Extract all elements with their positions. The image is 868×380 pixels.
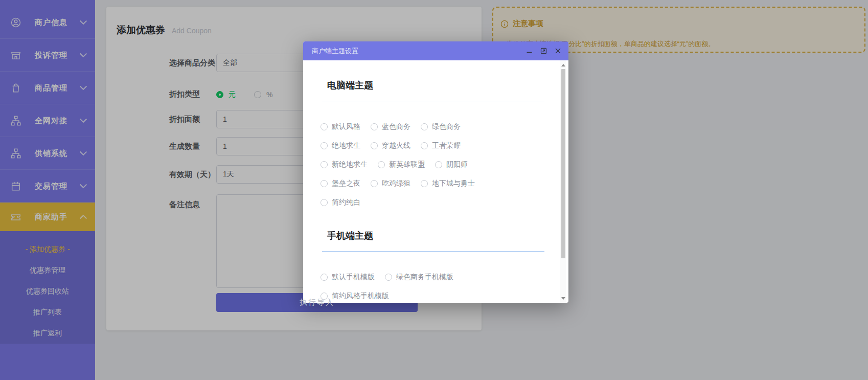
theme-option-label: 绿色商务 bbox=[432, 122, 461, 131]
theme-option-row: 简约纯白 bbox=[321, 197, 538, 208]
radio-unchecked[interactable] bbox=[321, 142, 328, 149]
theme-option-label: 简约风格手机模版 bbox=[332, 292, 389, 301]
theme-options: 默认手机模版绿色商务手机模版简约风格手机模版 bbox=[321, 272, 538, 301]
theme-option-label: 地下城与勇士 bbox=[432, 179, 475, 188]
window-controls bbox=[526, 48, 561, 55]
close-icon bbox=[555, 48, 561, 54]
section-divider bbox=[322, 101, 544, 101]
radio-unchecked[interactable] bbox=[421, 123, 428, 130]
theme-option-label: 堡垒之夜 bbox=[332, 179, 360, 188]
app-root: 商户信息投诉管理商品管理全网对接供销系统交易管理商家助手- 添加优惠券 -优惠券… bbox=[0, 0, 868, 380]
theme-option-label: 新英雄联盟 bbox=[389, 160, 425, 169]
minimize-button[interactable] bbox=[526, 48, 533, 55]
radio-unchecked[interactable] bbox=[321, 274, 328, 281]
theme-option-label: 蓝色商务 bbox=[382, 122, 410, 131]
theme-option-row: 堡垒之夜吃鸡绿狙地下城与勇士 bbox=[321, 178, 538, 189]
theme-option[interactable]: 吃鸡绿狙 bbox=[371, 179, 410, 188]
theme-section-heading: 电脑端主题 bbox=[327, 80, 538, 91]
theme-options: 默认风格蓝色商务绿色商务绝地求生穿越火线王者荣耀新绝地求生新英雄联盟阴阳师堡垒之… bbox=[321, 122, 538, 208]
scroll-up-button[interactable] bbox=[560, 61, 566, 69]
minimize-icon bbox=[526, 48, 533, 54]
theme-option[interactable]: 阴阳师 bbox=[435, 160, 468, 169]
radio-unchecked[interactable] bbox=[321, 199, 328, 206]
radio-unchecked[interactable] bbox=[378, 161, 385, 168]
radio-unchecked[interactable] bbox=[321, 123, 328, 130]
theme-option-label: 默认手机模版 bbox=[332, 273, 375, 282]
triangle-up-icon bbox=[561, 64, 565, 66]
theme-option-label: 王者荣耀 bbox=[432, 141, 461, 150]
theme-option-label: 穿越火线 bbox=[382, 141, 410, 150]
theme-option[interactable]: 简约纯白 bbox=[321, 198, 360, 207]
theme-option[interactable]: 堡垒之夜 bbox=[321, 179, 360, 188]
theme-option[interactable]: 绿色商务 bbox=[421, 122, 461, 131]
maximize-button[interactable] bbox=[540, 48, 547, 55]
scroll-down-button[interactable] bbox=[560, 295, 566, 302]
theme-option[interactable]: 地下城与勇士 bbox=[421, 179, 475, 188]
theme-option-label: 默认风格 bbox=[332, 122, 360, 131]
modal-scrollbar[interactable] bbox=[560, 60, 566, 303]
radio-unchecked[interactable] bbox=[371, 180, 378, 187]
theme-section-heading: 手机端主题 bbox=[327, 230, 538, 241]
theme-option[interactable]: 绿色商务手机模版 bbox=[385, 273, 453, 282]
theme-option-row: 简约风格手机模版 bbox=[321, 291, 538, 301]
scrollbar-thumb[interactable] bbox=[561, 69, 565, 258]
theme-option-label: 吃鸡绿狙 bbox=[382, 179, 410, 188]
theme-option-row: 默认手机模版绿色商务手机模版 bbox=[321, 272, 538, 282]
modal-title: 商户端主题设置 bbox=[312, 47, 358, 56]
expand-icon bbox=[540, 48, 547, 54]
theme-section-mobile: 手机端主题默认手机模版绿色商务手机模版简约风格手机模版 bbox=[327, 230, 538, 301]
theme-option-label: 阴阳师 bbox=[446, 160, 468, 169]
theme-option[interactable]: 王者荣耀 bbox=[421, 141, 461, 150]
radio-unchecked[interactable] bbox=[435, 161, 442, 168]
radio-unchecked[interactable] bbox=[421, 180, 428, 187]
close-button[interactable] bbox=[554, 48, 561, 55]
theme-settings-modal: 商户端主题设置 电脑端主题默认风格蓝色商务绿色商务绝地求生穿越火线王者荣耀新绝地… bbox=[303, 41, 568, 303]
theme-option[interactable]: 绝地求生 bbox=[321, 141, 360, 150]
theme-option[interactable]: 蓝色商务 bbox=[371, 122, 410, 131]
theme-option-label: 绝地求生 bbox=[332, 141, 360, 150]
radio-unchecked[interactable] bbox=[321, 161, 328, 168]
radio-unchecked[interactable] bbox=[385, 274, 392, 281]
theme-option-label: 简约纯白 bbox=[332, 198, 360, 207]
radio-unchecked[interactable] bbox=[421, 142, 428, 149]
theme-section-pc: 电脑端主题默认风格蓝色商务绿色商务绝地求生穿越火线王者荣耀新绝地求生新英雄联盟阴… bbox=[327, 80, 538, 208]
radio-unchecked[interactable] bbox=[321, 180, 328, 187]
radio-unchecked[interactable] bbox=[371, 123, 378, 130]
submit-import-label: 执行导入 bbox=[300, 298, 334, 307]
theme-option[interactable]: 穿越火线 bbox=[371, 141, 410, 150]
theme-option[interactable]: 新绝地求生 bbox=[321, 160, 368, 169]
triangle-down-icon bbox=[561, 297, 565, 300]
section-divider bbox=[322, 251, 544, 252]
theme-option-label: 新绝地求生 bbox=[332, 160, 368, 169]
theme-option[interactable]: 默认手机模版 bbox=[321, 273, 375, 282]
theme-option-row: 默认风格蓝色商务绿色商务 bbox=[321, 122, 538, 132]
modal-body: 电脑端主题默认风格蓝色商务绿色商务绝地求生穿越火线王者荣耀新绝地求生新英雄联盟阴… bbox=[303, 60, 568, 303]
theme-option-row: 新绝地求生新英雄联盟阴阳师 bbox=[321, 160, 538, 170]
modal-titlebar[interactable]: 商户端主题设置 bbox=[303, 41, 568, 60]
theme-option-label: 绿色商务手机模版 bbox=[396, 273, 453, 282]
theme-option-row: 绝地求生穿越火线王者荣耀 bbox=[321, 141, 538, 151]
radio-unchecked[interactable] bbox=[371, 142, 378, 149]
theme-option[interactable]: 默认风格 bbox=[321, 122, 360, 131]
theme-option[interactable]: 新英雄联盟 bbox=[378, 160, 425, 169]
